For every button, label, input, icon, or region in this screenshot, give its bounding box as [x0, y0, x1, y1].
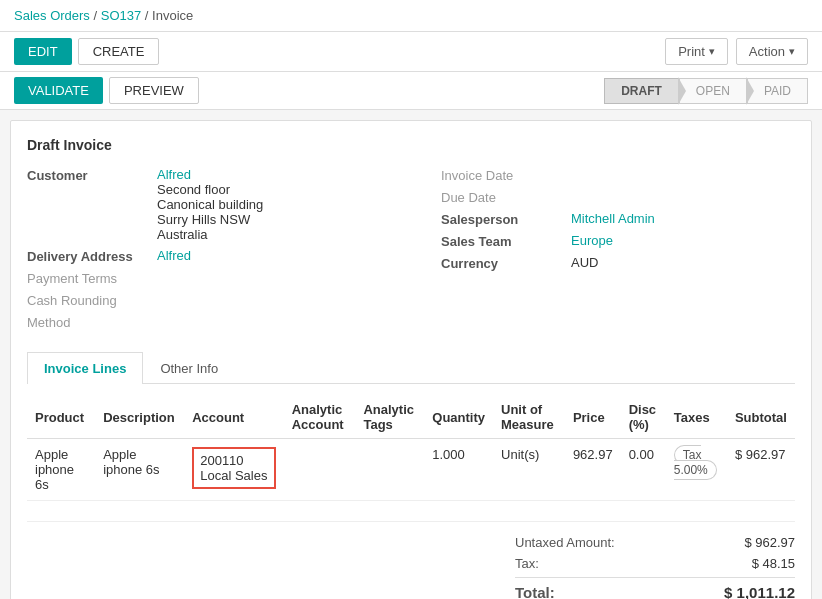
sales-team-link[interactable]: Europe [571, 233, 613, 248]
cash-rounding-label: Cash Rounding [27, 292, 157, 308]
tax-label: Tax: [515, 556, 539, 571]
status-open: OPEN [679, 78, 747, 104]
total-row: Total: $ 1,011.12 [515, 577, 795, 599]
payment-terms-label: Payment Terms [27, 270, 157, 286]
cell-description: Apple iphone 6s [95, 439, 184, 501]
col-quantity: Quantity [424, 396, 493, 439]
customer-value: Alfred Second floor Canonical building S… [157, 167, 263, 242]
tax-row: Tax: $ 48.15 [515, 553, 795, 574]
col-description: Description [95, 396, 184, 439]
col-taxes: Taxes [666, 396, 727, 439]
delivery-label: Delivery Address [27, 248, 157, 264]
toolbar-right: Print Action [665, 38, 808, 65]
cell-analytic-account [284, 439, 356, 501]
cell-taxes: Tax 5.00% [666, 439, 727, 501]
total-label: Total: [515, 584, 555, 599]
sales-team-row: Sales Team Europe [441, 233, 785, 249]
currency-label: Currency [441, 255, 571, 271]
due-date-row: Due Date [441, 189, 785, 205]
invoice-date-row: Invoice Date [441, 167, 785, 183]
breadcrumb-current: Invoice [152, 8, 193, 23]
cell-quantity: 1.000 [424, 439, 493, 501]
edit-button[interactable]: EDIT [14, 38, 72, 65]
total-value: $ 1,011.12 [724, 584, 795, 599]
untaxed-amount-value: $ 962.97 [744, 535, 795, 550]
cell-disc: 0.00 [621, 439, 666, 501]
customer-row: Customer Alfred Second floor Canonical b… [27, 167, 401, 242]
col-analytic-account: Analytic Account [284, 396, 356, 439]
invoice-table: Product Description Account Analytic Acc… [27, 396, 795, 501]
cell-unit-of-measure: Unit(s) [493, 439, 565, 501]
sales-team-value: Europe [571, 233, 613, 248]
col-account: Account [184, 396, 283, 439]
untaxed-amount-row: Untaxed Amount: $ 962.97 [515, 532, 795, 553]
customer-addr1: Second floor [157, 182, 230, 197]
form-right: Invoice Date Due Date Salesperson Mitche… [411, 167, 795, 336]
totals-table: Untaxed Amount: $ 962.97 Tax: $ 48.15 To… [515, 532, 795, 599]
cell-product: Apple iphone 6s [27, 439, 95, 501]
status-draft: DRAFT [604, 78, 679, 104]
cell-account[interactable]: 200110 Local Sales [184, 439, 283, 501]
col-disc: Disc (%) [621, 396, 666, 439]
delivery-row: Delivery Address Alfred [27, 248, 401, 264]
action-bar: VALIDATE PREVIEW DRAFT OPEN PAID [0, 72, 822, 110]
salesperson-value: Mitchell Admin [571, 211, 655, 226]
status-paid: PAID [747, 78, 808, 104]
create-button[interactable]: CREATE [78, 38, 160, 65]
action-button[interactable]: Action [736, 38, 808, 65]
breadcrumb-parent[interactable]: Sales Orders [14, 8, 90, 23]
cash-rounding-row: Cash Rounding [27, 292, 401, 308]
customer-addr3: Surry Hills NSW [157, 212, 250, 227]
main-content: Draft Invoice Customer Alfred Second flo… [10, 120, 812, 599]
print-button[interactable]: Print [665, 38, 728, 65]
cell-analytic-tags [355, 439, 424, 501]
tab-invoice-lines[interactable]: Invoice Lines [27, 352, 143, 384]
breadcrumb: Sales Orders / SO137 / Invoice [0, 0, 822, 32]
salesperson-link[interactable]: Mitchell Admin [571, 211, 655, 226]
form-grid: Customer Alfred Second floor Canonical b… [27, 167, 795, 336]
action-bar-left: VALIDATE PREVIEW [14, 77, 199, 104]
invoice-date-label: Invoice Date [441, 167, 571, 183]
section-title: Draft Invoice [27, 137, 795, 153]
customer-label: Customer [27, 167, 157, 183]
due-date-label: Due Date [441, 189, 571, 205]
validate-button[interactable]: VALIDATE [14, 77, 103, 104]
customer-name-link[interactable]: Alfred [157, 167, 191, 182]
tab-other-info[interactable]: Other Info [143, 352, 235, 384]
breadcrumb-child[interactable]: SO137 [101, 8, 141, 23]
customer-addr4: Australia [157, 227, 208, 242]
customer-addr2: Canonical building [157, 197, 263, 212]
totals-section: Untaxed Amount: $ 962.97 Tax: $ 48.15 To… [27, 521, 795, 599]
payment-terms-row: Payment Terms [27, 270, 401, 286]
delivery-link[interactable]: Alfred [157, 248, 191, 263]
delivery-value: Alfred [157, 248, 191, 263]
salesperson-row: Salesperson Mitchell Admin [441, 211, 785, 227]
method-label: Method [27, 314, 157, 330]
salesperson-label: Salesperson [441, 211, 571, 227]
preview-button[interactable]: PREVIEW [109, 77, 199, 104]
form-left: Customer Alfred Second floor Canonical b… [27, 167, 411, 336]
col-analytic-tags: Analytic Tags [355, 396, 424, 439]
col-unit-of-measure: Unit of Measure [493, 396, 565, 439]
tabs: Invoice Lines Other Info [27, 352, 795, 384]
col-price: Price [565, 396, 621, 439]
tax-badge: Tax 5.00% [674, 445, 717, 480]
col-product: Product [27, 396, 95, 439]
table-header-row: Product Description Account Analytic Acc… [27, 396, 795, 439]
untaxed-amount-label: Untaxed Amount: [515, 535, 615, 550]
cell-subtotal: $ 962.97 [727, 439, 795, 501]
method-row: Method [27, 314, 401, 330]
toolbar-left: EDIT CREATE [14, 38, 159, 65]
table-row: Apple iphone 6s Apple iphone 6s 200110 L… [27, 439, 795, 501]
cell-price: 962.97 [565, 439, 621, 501]
toolbar: EDIT CREATE Print Action [0, 32, 822, 72]
currency-value: AUD [571, 255, 598, 270]
currency-row: Currency AUD [441, 255, 785, 271]
tax-value: $ 48.15 [752, 556, 795, 571]
sales-team-label: Sales Team [441, 233, 571, 249]
status-bar: DRAFT OPEN PAID [604, 78, 808, 104]
col-subtotal: Subtotal [727, 396, 795, 439]
account-badge: 200110 Local Sales [192, 447, 275, 489]
